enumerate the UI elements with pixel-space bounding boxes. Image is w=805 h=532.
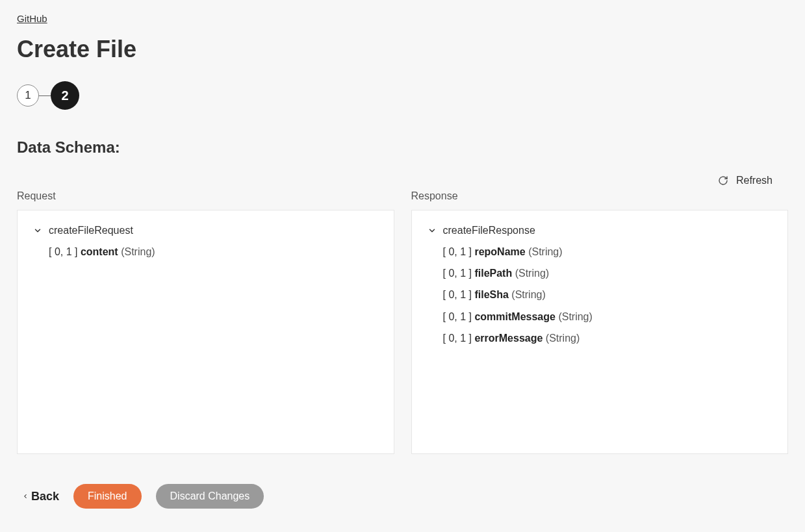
field-type: (String)	[558, 311, 592, 322]
response-panel: createFileResponse [ 0, 1 ] repoName (St…	[411, 210, 789, 454]
response-field: [ 0, 1 ] repoName (String)	[443, 243, 773, 260]
response-root-toggle[interactable]: createFileResponse	[428, 225, 773, 236]
breadcrumb-link[interactable]: GitHub	[17, 13, 47, 24]
response-field: [ 0, 1 ] filePath (String)	[443, 264, 773, 282]
discard-changes-button[interactable]: Discard Changes	[156, 484, 264, 509]
request-root-toggle[interactable]: createFileRequest	[33, 225, 378, 236]
step-connector	[39, 95, 51, 96]
response-field: [ 0, 1 ] errorMessage (String)	[443, 329, 773, 347]
request-root-name: createFileRequest	[49, 225, 133, 236]
refresh-button[interactable]: Refresh	[736, 175, 773, 186]
field-cardinality: [ 0, 1 ]	[443, 246, 472, 257]
request-label: Request	[17, 190, 394, 202]
field-name: content	[81, 246, 118, 257]
chevron-down-icon	[33, 226, 42, 235]
step-1[interactable]: 1	[17, 84, 39, 107]
response-field: [ 0, 1 ] commitMessage (String)	[443, 308, 773, 325]
field-name: commitMessage	[474, 311, 556, 322]
chevron-down-icon	[428, 226, 437, 235]
chevron-left-icon	[22, 492, 29, 501]
field-name: filePath	[474, 268, 512, 279]
field-cardinality: [ 0, 1 ]	[443, 311, 472, 322]
request-column: Request createFileRequest [ 0, 1 ] conte…	[17, 190, 394, 454]
field-cardinality: [ 0, 1 ]	[443, 268, 472, 279]
section-title: Data Schema:	[17, 138, 788, 157]
field-cardinality: [ 0, 1 ]	[443, 333, 472, 344]
field-name: repoName	[474, 246, 525, 257]
response-label: Response	[411, 190, 789, 202]
refresh-icon[interactable]	[718, 175, 728, 186]
field-cardinality: [ 0, 1 ]	[49, 246, 77, 257]
response-root-name: createFileResponse	[443, 225, 535, 236]
back-label: Back	[31, 490, 59, 503]
field-name: fileSha	[474, 289, 508, 300]
response-column: Response createFileResponse [ 0, 1 ] rep…	[411, 190, 789, 454]
finished-button[interactable]: Finished	[73, 484, 141, 509]
field-name: errorMessage	[474, 333, 543, 344]
footer-actions: Back Finished Discard Changes	[17, 484, 788, 509]
field-type: (String)	[546, 333, 580, 344]
field-type: (String)	[515, 268, 549, 279]
request-field: [ 0, 1 ] content (String)	[49, 243, 378, 260]
field-cardinality: [ 0, 1 ]	[443, 289, 472, 300]
step-2[interactable]: 2	[51, 81, 79, 110]
stepper: 1 2	[17, 81, 788, 110]
field-type: (String)	[121, 246, 155, 257]
page-title: Create File	[17, 36, 788, 63]
field-type: (String)	[511, 289, 545, 300]
response-field: [ 0, 1 ] fileSha (String)	[443, 286, 773, 303]
back-button[interactable]: Back	[22, 490, 59, 503]
request-panel: createFileRequest [ 0, 1 ] content (Stri…	[17, 210, 394, 454]
field-type: (String)	[528, 246, 562, 257]
